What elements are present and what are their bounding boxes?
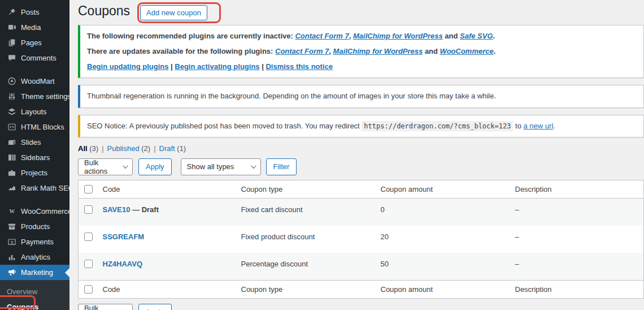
sidebar-item-label: Payments: [21, 238, 54, 246]
sidebar-item-slides[interactable]: Slides: [0, 135, 69, 150]
row-select-cell: [79, 198, 97, 226]
notice-line: SEO Notice: A previously published post …: [87, 120, 637, 132]
cell-code: SAVE10 — Draft: [97, 198, 236, 226]
sidebar-item-comments[interactable]: Comments: [0, 50, 69, 66]
sidebars-icon: [7, 153, 16, 162]
sidebar-item-html-blocks[interactable]: HTML Blocks: [0, 119, 69, 135]
sidebar-item-marketing[interactable]: Marketing: [0, 265, 69, 280]
notice-text: There are updates available for the foll…: [87, 47, 275, 55]
cell-coupon-type: Fixed product discount: [236, 226, 375, 253]
select-all-checkbox[interactable]: [84, 285, 93, 294]
rankmath-icon: [7, 184, 16, 193]
coupon-row-save10: SAVE10 — DraftFixed cart discount0–: [79, 198, 644, 226]
sidebar-item-pages[interactable]: Pages: [0, 35, 69, 50]
sidebar-item-analytics[interactable]: Analytics: [0, 249, 69, 265]
notice-link[interactable]: Safe SVG: [460, 32, 493, 40]
coupon-type-select[interactable]: Show all types: [181, 158, 261, 175]
notice-text: .: [493, 32, 495, 40]
bulk-actions-label: Bulk actions: [84, 158, 116, 175]
notice-text: ,: [329, 47, 333, 55]
notice-link[interactable]: Contact Form 7: [275, 47, 329, 55]
notice-link[interactable]: a new url: [524, 122, 554, 130]
view-draft[interactable]: Draft (1): [159, 144, 186, 153]
sidebar-item-layouts[interactable]: Layouts: [0, 104, 69, 119]
wp-admin-app: PostsMediaPagesCommentsWoodMartTheme set…: [0, 0, 644, 310]
notice-line: Thumbnail regeneration is running in the…: [87, 91, 637, 102]
column-header-coupon-type: Coupon type: [236, 180, 375, 198]
sidebar-item-label: WoodMart: [21, 77, 55, 85]
notice-link[interactable]: MailChimp for WordPress: [333, 47, 423, 55]
chevron-down-icon: [250, 163, 256, 169]
link-separator: |: [168, 62, 175, 71]
column-header-coupon-type: Coupon type: [236, 280, 375, 298]
cell-code: HZ4HAAVQ: [97, 253, 236, 281]
header-row: CodeCoupon typeCoupon amountDescription: [79, 280, 644, 298]
row-checkbox[interactable]: [84, 260, 93, 268]
submenu-item-overview[interactable]: Overview: [0, 284, 69, 299]
coupon-code-link[interactable]: HZ4HAAVQ: [103, 260, 143, 268]
column-header-description: Description: [510, 280, 644, 298]
sidebar-item-label: Theme settings: [21, 92, 71, 101]
cell-coupon-type: Percentage discount: [236, 253, 375, 281]
sidebar-item-label: Analytics: [21, 253, 50, 261]
notice-link[interactable]: Begin updating plugins: [87, 62, 168, 71]
sidebar-item-woodmart[interactable]: WoodMart: [0, 74, 69, 89]
post-state-draft: — Draft: [130, 205, 159, 214]
sidebar-item-woocommerce[interactable]: WWooCommerce: [0, 204, 69, 219]
briefcase-icon: [7, 169, 16, 178]
submenu-item-coupons[interactable]: Coupons: [0, 299, 69, 310]
add-new-coupon-button[interactable]: Add new coupon: [140, 5, 207, 20]
content-area: Coupons Add new coupon The following rec…: [69, 0, 644, 310]
coupon-code-link[interactable]: SAVE10: [103, 205, 130, 214]
notice-line: Begin updating plugins | Begin activatin…: [87, 61, 637, 72]
notice-text: ,: [349, 32, 353, 40]
sidebar-item-label: Media: [21, 23, 41, 32]
notice-link[interactable]: Contact Form 7: [295, 32, 349, 40]
notice-link[interactable]: Begin activating plugins: [175, 62, 259, 71]
notice-text: .: [494, 47, 496, 55]
sidebar-item-posts[interactable]: Posts: [0, 5, 69, 20]
tablenav-bottom: Bulk actions Apply: [78, 304, 644, 310]
table-header: CodeCoupon typeCoupon amountDescription: [79, 180, 644, 198]
sidebar-item-label: Layouts: [21, 107, 47, 116]
row-checkbox[interactable]: [84, 205, 93, 214]
view-count: (1): [177, 144, 186, 153]
filter-button[interactable]: Filter: [266, 158, 297, 175]
sidebar-item-products[interactable]: Products: [0, 219, 69, 234]
sidebar-item-label: Projects: [21, 169, 47, 177]
notice-link[interactable]: WooCommerce: [440, 47, 494, 55]
notice-text: SEO Notice: A previously published post …: [87, 122, 362, 130]
admin-sidebar: PostsMediaPagesCommentsWoodMartTheme set…: [0, 0, 69, 310]
chevron-down-icon: [123, 163, 128, 169]
sidebar-item-rank-math-seo[interactable]: Rank Math SEO: [0, 180, 69, 196]
apply-button[interactable]: Apply: [138, 158, 172, 175]
view-count: (2): [141, 144, 150, 153]
cell-coupon-amount: 50: [375, 253, 510, 281]
column-header-description: Description: [510, 180, 644, 198]
notice-text: and: [443, 32, 460, 40]
sidebar-item-label: HTML Blocks: [21, 123, 64, 131]
bulk-actions-select-bottom[interactable]: Bulk actions: [78, 304, 133, 310]
sidebar-item-payments[interactable]: $Payments: [0, 234, 69, 249]
apply-button-bottom[interactable]: Apply: [138, 304, 172, 310]
sidebar-item-sidebars[interactable]: Sidebars: [0, 150, 69, 165]
link-separator: |: [260, 62, 266, 71]
view-published[interactable]: Published (2): [107, 144, 151, 153]
notice-warning: SEO Notice: A previously published post …: [78, 115, 644, 137]
svg-text:W: W: [9, 208, 15, 214]
view-separator: |: [102, 144, 103, 153]
sidebar-item-theme-settings[interactable]: Theme settings: [0, 89, 69, 104]
cell-code: SSGREAFM: [97, 226, 236, 253]
sidebar-item-projects[interactable]: Projects: [0, 165, 69, 180]
select-all-checkbox[interactable]: [84, 185, 93, 193]
notice-link[interactable]: MailChimp for WordPress: [353, 32, 443, 40]
row-checkbox[interactable]: [84, 232, 93, 241]
notice-info: Thumbnail regeneration is running in the…: [78, 85, 644, 107]
bulk-actions-select[interactable]: Bulk actions: [78, 158, 133, 175]
sidebar-item-media[interactable]: Media: [0, 20, 69, 35]
coupon-code-link[interactable]: SSGREAFM: [103, 232, 145, 241]
header-row: CodeCoupon typeCoupon amountDescription: [79, 180, 644, 198]
sidebar-item-label: Pages: [21, 38, 42, 47]
view-all[interactable]: All (3): [78, 144, 98, 153]
notice-link[interactable]: Dismiss this notice: [266, 62, 332, 71]
